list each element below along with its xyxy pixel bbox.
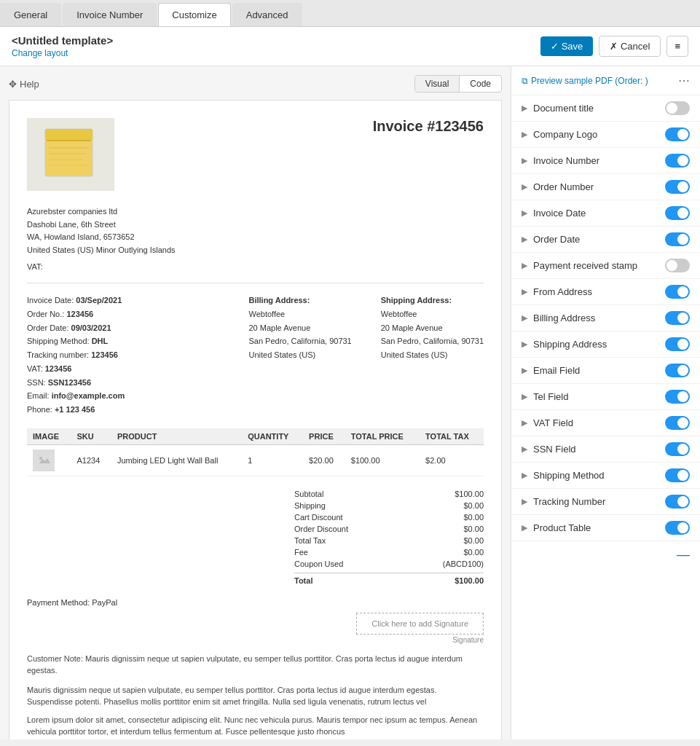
settings-toggle-product-table[interactable] xyxy=(665,521,690,535)
settings-item-arrow-payment-received-stamp[interactable]: ▶ xyxy=(522,261,527,270)
settings-toggle-shipping-method[interactable] xyxy=(665,468,690,482)
settings-item-arrow-ssn-field[interactable]: ▶ xyxy=(522,444,527,454)
settings-item-label-email-field: Email Field xyxy=(533,365,665,376)
settings-item-label-product-table: Product Table xyxy=(533,522,665,533)
row-product: Jumbing LED Light Wall Ball xyxy=(111,444,242,476)
col-total-price: TOTAL PRICE xyxy=(345,428,420,445)
settings-item-arrow-vat-field[interactable]: ▶ xyxy=(522,418,527,428)
settings-item-arrow-order-date[interactable]: ▶ xyxy=(522,235,527,244)
page-header: <Untitled template> Change layout ✓ Save… xyxy=(0,27,700,66)
main-content: ✥ Help Visual Code xyxy=(0,66,700,739)
settings-item-label-tel-field: Tel Field xyxy=(533,391,665,402)
settings-item-arrow-order-number[interactable]: ▶ xyxy=(522,182,527,192)
footer-text2: Lorem ipsum dolor sit amet, consectetur … xyxy=(27,714,484,738)
settings-toggle-shipping-address[interactable] xyxy=(665,337,690,351)
meta-details: Invoice Date: 03/Sep/2021 Order No.: 123… xyxy=(27,294,219,416)
billing-country: United States (US) xyxy=(248,350,315,359)
invoice-preview: Invoice #123456 Azurebster companies ltd… xyxy=(9,100,502,739)
settings-toggle-slider-billing-address xyxy=(665,311,690,325)
invoice-title: Invoice #123456 xyxy=(373,118,484,135)
settings-item-arrow-from-address[interactable]: ▶ xyxy=(522,287,527,297)
settings-toggle-slider-invoice-date xyxy=(665,206,690,220)
settings-toggle-slider-from-address xyxy=(665,285,690,299)
tab-general[interactable]: General xyxy=(0,3,61,26)
settings-panel-bottom: — xyxy=(511,541,700,568)
tab-customize[interactable]: Customize xyxy=(158,3,230,26)
settings-item-arrow-product-table[interactable]: ▶ xyxy=(522,523,527,533)
settings-toggle-slider-order-date xyxy=(665,232,690,246)
settings-item-arrow-tel-field[interactable]: ▶ xyxy=(522,392,527,401)
company-name: Azurebster companies ltd xyxy=(27,205,484,219)
preview-link[interactable]: ⧉ Preview sample PDF (Order: ) xyxy=(522,76,648,86)
help-label: Help xyxy=(20,79,39,90)
totals-final: Total$100.00 xyxy=(294,573,484,586)
billing-address-block: Billing Address: Webtoffee 20 Maple Aven… xyxy=(248,294,351,416)
settings-item-arrow-email-field[interactable]: ▶ xyxy=(522,366,527,375)
settings-toggle-invoice-date[interactable] xyxy=(665,206,690,220)
signature-section: Click here to add Signature Signature xyxy=(27,613,484,644)
settings-item-label-invoice-number: Invoice Number xyxy=(533,155,665,166)
settings-item-arrow-billing-address[interactable]: ▶ xyxy=(522,313,527,323)
settings-item-label-shipping-address: Shipping Address xyxy=(533,339,665,350)
settings-item-vat-field: ▶VAT Field xyxy=(511,410,700,436)
code-tab[interactable]: Code xyxy=(460,76,501,92)
product-image xyxy=(33,449,55,471)
billing-city: San Pedro, California, 90731 xyxy=(248,337,351,345)
signature-button[interactable]: Click here to add Signature xyxy=(356,613,484,635)
payment-method: Payment Method: PayPal xyxy=(27,598,484,607)
settings-toggle-order-number[interactable] xyxy=(665,180,690,194)
billing-name: Webtoffee xyxy=(248,310,285,318)
totals-order-discount: Order Discount$0.00 xyxy=(294,523,484,535)
settings-item-arrow-shipping-method[interactable]: ▶ xyxy=(522,471,527,480)
settings-toggle-billing-address[interactable] xyxy=(665,311,690,325)
billing-street: 20 Maple Avenue xyxy=(248,323,310,332)
settings-toggle-ssn-field[interactable] xyxy=(665,442,690,456)
settings-item-arrow-tracking-number[interactable]: ▶ xyxy=(522,497,527,506)
settings-toggle-email-field[interactable] xyxy=(665,364,690,377)
shipping-city: San Pedro, California, 90731 xyxy=(381,337,484,345)
settings-item-label-order-date: Order Date xyxy=(533,234,665,245)
help-button[interactable]: ✥ Help xyxy=(9,79,39,90)
collapse-button[interactable]: — xyxy=(677,547,690,562)
settings-item-arrow-invoice-number[interactable]: ▶ xyxy=(522,156,527,165)
totals-table: Subtotal$100.00 Shipping$0.00 Cart Disco… xyxy=(294,488,484,586)
settings-toggle-document-title[interactable] xyxy=(665,101,690,115)
settings-item-arrow-company-logo[interactable]: ▶ xyxy=(522,130,527,139)
more-button[interactable]: ≡ xyxy=(666,36,688,57)
settings-more-button[interactable]: ⋯ xyxy=(678,74,690,87)
svg-rect-5 xyxy=(49,159,82,160)
settings-toggle-vat-field[interactable] xyxy=(665,416,690,430)
settings-item-arrow-shipping-address[interactable]: ▶ xyxy=(522,339,527,349)
settings-toggle-company-logo[interactable] xyxy=(665,127,690,141)
settings-toggle-slider-email-field xyxy=(665,364,690,377)
settings-item-label-ssn-field: SSN Field xyxy=(533,444,665,455)
settings-toggle-payment-received-stamp[interactable] xyxy=(665,259,690,272)
settings-item-product-table: ▶Product Table xyxy=(511,515,700,541)
row-price: $20.00 xyxy=(303,444,345,476)
svg-rect-6 xyxy=(49,165,89,166)
settings-toggle-from-address[interactable] xyxy=(665,285,690,299)
change-layout-link[interactable]: Change layout xyxy=(12,48,113,58)
settings-toggle-invoice-number[interactable] xyxy=(665,154,690,168)
settings-item-arrow-document-title[interactable]: ▶ xyxy=(522,103,527,113)
product-table: IMAGE SKU PRODUCT QUANTITY PRICE TOTAL P… xyxy=(27,428,484,476)
settings-item-label-from-address: From Address xyxy=(533,286,665,297)
settings-toggle-order-date[interactable] xyxy=(665,232,690,246)
settings-toggle-slider-shipping-address xyxy=(665,337,690,351)
save-button[interactable]: ✓ Save xyxy=(540,36,593,56)
meta-phone: Phone: +1 123 456 xyxy=(27,403,219,417)
row-total-tax: $2.00 xyxy=(420,444,484,476)
cancel-button[interactable]: ✗ Cancel xyxy=(599,36,661,57)
visual-tab[interactable]: Visual xyxy=(415,76,460,92)
settings-toggle-slider-order-number xyxy=(665,180,690,194)
settings-toggle-tracking-number[interactable] xyxy=(665,495,690,509)
settings-item-arrow-invoice-date[interactable]: ▶ xyxy=(522,208,527,218)
settings-toggle-tel-field[interactable] xyxy=(665,390,690,404)
settings-item-from-address: ▶From Address xyxy=(511,279,700,305)
tab-invoice-number[interactable]: Invoice Number xyxy=(63,3,157,26)
tab-advanced[interactable]: Advanced xyxy=(232,3,302,26)
settings-toggle-slider-product-table xyxy=(665,521,690,535)
totals-coupon: Coupon Used(ABCD100) xyxy=(294,558,484,570)
page-title: <Untitled template> xyxy=(12,34,113,47)
table-row: A1234 Jumbing LED Light Wall Ball 1 $20.… xyxy=(27,444,484,476)
